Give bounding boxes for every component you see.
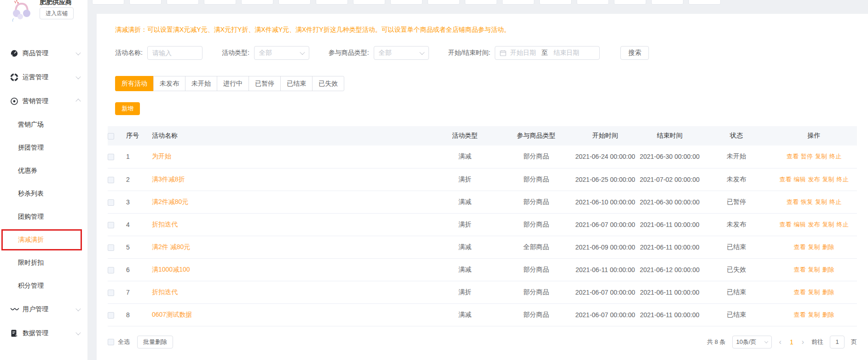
sidebar-subitem-积分管理[interactable]: 积分管理 xyxy=(0,274,87,297)
row-checkbox[interactable] xyxy=(108,267,114,273)
tab-所有活动[interactable]: 所有活动 xyxy=(115,76,154,91)
batch-delete-button[interactable]: 批量删除 xyxy=(137,336,173,348)
tab-未开始[interactable]: 未开始 xyxy=(185,76,217,91)
top-tab[interactable] xyxy=(428,0,460,5)
sidebar-subitem-满减满折[interactable]: 满减满折 xyxy=(0,228,87,251)
action-终止[interactable]: 终止 xyxy=(837,221,849,229)
sidebar-item-商品管理[interactable]: 商品管理 xyxy=(0,41,87,65)
action-复制[interactable]: 复制 xyxy=(808,266,820,274)
action-暂停[interactable]: 暂停 xyxy=(801,152,813,161)
activity-name-link[interactable]: 折扣迭代 xyxy=(152,221,178,228)
activity-name-input[interactable] xyxy=(147,46,203,60)
date-range-picker[interactable]: 开始日期 至 结束日期 xyxy=(495,46,600,60)
top-tab[interactable] xyxy=(502,0,534,5)
top-tab[interactable] xyxy=(539,0,572,5)
sidebar-subitem-优惠券[interactable]: 优惠券 xyxy=(0,159,87,182)
next-page-button[interactable]: › xyxy=(801,338,805,346)
enter-shop-button[interactable]: 进入店铺 xyxy=(40,7,74,19)
action-查看[interactable]: 查看 xyxy=(794,266,806,274)
action-发布[interactable]: 发布 xyxy=(808,175,820,184)
action-恢复[interactable]: 恢复 xyxy=(801,198,813,206)
action-查看[interactable]: 查看 xyxy=(794,288,806,296)
search-button[interactable]: 搜索 xyxy=(620,46,649,60)
tab-已失效[interactable]: 已失效 xyxy=(312,76,344,91)
activity-name-link[interactable]: 满2件减80元 xyxy=(152,198,188,205)
tab-已结束[interactable]: 已结束 xyxy=(280,76,312,91)
goods-type-select[interactable]: 全部 xyxy=(374,46,429,60)
top-tab[interactable] xyxy=(204,0,236,5)
action-复制[interactable]: 复制 xyxy=(822,175,834,184)
select-all-checkbox[interactable] xyxy=(108,339,114,345)
row-checkbox[interactable] xyxy=(108,244,114,251)
activity-name-link[interactable]: 满3件减8折 xyxy=(152,175,185,183)
sidebar-item-运营管理[interactable]: 运营管理 xyxy=(0,65,87,89)
activity-name-link[interactable]: 折扣迭代 xyxy=(152,288,178,296)
action-查看[interactable]: 查看 xyxy=(787,152,799,161)
top-tab[interactable] xyxy=(278,0,311,5)
sidebar-subitem-秒杀列表[interactable]: 秒杀列表 xyxy=(0,182,87,205)
top-tab[interactable] xyxy=(614,0,646,5)
action-复制[interactable]: 复制 xyxy=(815,152,827,161)
prev-page-button[interactable]: ‹ xyxy=(778,338,782,346)
tab-已暂停[interactable]: 已暂停 xyxy=(249,76,281,91)
action-终止[interactable]: 终止 xyxy=(837,175,849,184)
top-tab[interactable] xyxy=(241,0,273,5)
action-终止[interactable]: 终止 xyxy=(829,152,841,161)
action-删除[interactable]: 删除 xyxy=(822,266,834,274)
row-checkbox[interactable] xyxy=(108,199,114,206)
action-查看[interactable]: 查看 xyxy=(794,311,806,319)
add-button[interactable]: 新增 xyxy=(115,102,140,115)
top-tab[interactable] xyxy=(316,0,348,5)
sidebar-item-用户管理[interactable]: 用户管理 xyxy=(0,297,87,321)
select-all-header-checkbox[interactable] xyxy=(108,133,114,139)
action-查看[interactable]: 查看 xyxy=(780,175,792,184)
action-发布[interactable]: 发布 xyxy=(808,221,820,229)
end-date-placeholder[interactable]: 结束日期 xyxy=(553,49,579,57)
start-date-placeholder[interactable]: 开始日期 xyxy=(510,49,536,57)
sidebar-subitem-限时折扣[interactable]: 限时折扣 xyxy=(0,251,87,274)
tab-进行中[interactable]: 进行中 xyxy=(217,76,249,91)
action-复制[interactable]: 复制 xyxy=(808,311,820,319)
current-page[interactable]: 1 xyxy=(789,338,794,346)
row-checkbox[interactable] xyxy=(108,290,114,296)
sidebar-subitem-团购管理[interactable]: 团购管理 xyxy=(0,205,87,228)
action-删除[interactable]: 删除 xyxy=(822,311,834,319)
activity-name-link[interactable]: 为开始 xyxy=(152,152,171,160)
action-编辑[interactable]: 编辑 xyxy=(794,175,806,184)
action-复制[interactable]: 复制 xyxy=(815,198,827,206)
row-checkbox[interactable] xyxy=(108,312,114,319)
action-编辑[interactable]: 编辑 xyxy=(794,221,806,229)
action-复制[interactable]: 复制 xyxy=(808,288,820,296)
tab-未发布[interactable]: 未发布 xyxy=(153,76,185,91)
row-checkbox[interactable] xyxy=(108,222,114,228)
sidebar-subitem-拼团管理[interactable]: 拼团管理 xyxy=(0,136,87,159)
row-checkbox[interactable] xyxy=(108,154,114,160)
top-tab[interactable] xyxy=(129,0,162,5)
action-终止[interactable]: 终止 xyxy=(829,198,841,206)
top-tab[interactable] xyxy=(390,0,422,5)
top-tab[interactable] xyxy=(465,0,497,5)
top-tab[interactable] xyxy=(689,0,721,5)
activity-name-link[interactable]: 满2件 减80元 xyxy=(152,243,190,250)
activity-name-link[interactable]: 0607测试数据 xyxy=(152,311,192,318)
top-tab[interactable] xyxy=(167,0,199,5)
top-tab[interactable] xyxy=(92,0,124,5)
top-tab[interactable] xyxy=(651,0,683,5)
action-查看[interactable]: 查看 xyxy=(787,198,799,206)
action-复制[interactable]: 复制 xyxy=(822,221,834,229)
action-查看[interactable]: 查看 xyxy=(794,243,806,251)
sidebar-item-营销管理[interactable]: 营销管理 xyxy=(0,89,87,113)
activity-type-select[interactable]: 全部 xyxy=(254,46,309,60)
action-删除[interactable]: 删除 xyxy=(822,288,834,296)
action-查看[interactable]: 查看 xyxy=(780,221,792,229)
action-复制[interactable]: 复制 xyxy=(808,243,820,251)
top-tab[interactable] xyxy=(353,0,385,5)
top-tab[interactable] xyxy=(577,0,609,5)
row-checkbox[interactable] xyxy=(108,177,114,183)
activity-name-link[interactable]: 满1000减100 xyxy=(152,266,190,273)
sidebar-item-数据管理[interactable]: 数据管理 xyxy=(0,321,87,345)
page-size-select[interactable]: 10条/页 xyxy=(732,336,772,348)
sidebar-subitem-营销广场[interactable]: 营销广场 xyxy=(0,113,87,136)
action-删除[interactable]: 删除 xyxy=(822,243,834,251)
goto-page-input[interactable] xyxy=(830,336,845,348)
